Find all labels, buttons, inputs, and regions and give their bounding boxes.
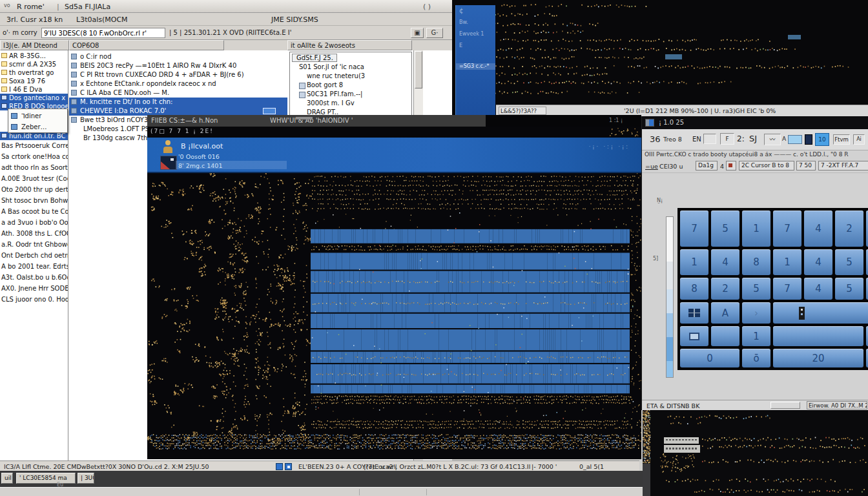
list-item[interactable]: C ILA Aba CE NDv.ooh — M. [69, 88, 287, 98]
field-ext[interactable]: 7 -2XT FF.A.7 [818, 161, 868, 170]
keypad-key[interactable]: 1 [742, 211, 770, 247]
window-controls[interactable]: ( ) [423, 3, 431, 11]
tool-2[interactable]: 2: [737, 134, 745, 143]
status-icon-1[interactable] [276, 463, 283, 470]
icon-field[interactable] [726, 161, 736, 170]
value-slider[interactable] [666, 216, 674, 378]
sidebar-item[interactable]: ¢ [456, 8, 495, 14]
keypad-key[interactable]: 5 [742, 278, 770, 300]
tool-treo[interactable]: Treo 8 [663, 136, 682, 143]
tree-item[interactable]: A Bas ocoot bu te Concioc [0, 206, 68, 217]
terminal-output[interactable] [452, 0, 868, 105]
status-icon-2[interactable] [285, 463, 292, 470]
detail-item[interactable]: GdSt.F.J 25. [292, 54, 337, 62]
keypad-key[interactable]: 5 [835, 249, 863, 275]
sidebar-item[interactable]: =SG3 c.c.-* [456, 63, 495, 70]
list-item[interactable]: M. kncitte re Dt/ In oo It chn: [69, 98, 287, 107]
empty-box-button[interactable] [703, 134, 716, 144]
tool-en[interactable]: EN [692, 136, 701, 143]
header-name[interactable]: I3J(e. AM Dteond [0, 40, 69, 50]
field-ce[interactable]: CEl30 u [659, 163, 683, 170]
tree-item[interactable]: AR 8-35G... [0, 52, 68, 60]
tree-item[interactable]: th overtrat go [0, 68, 68, 77]
tree-item[interactable]: Oto 2000 thr up dertotsu [0, 184, 68, 195]
tree-item[interactable]: A bo 2001 tear. Edrtscar [0, 261, 68, 272]
list-item[interactable]: o C:ir nod [69, 52, 287, 61]
keypad-key[interactable]: 2 [711, 278, 739, 300]
context-menu-item[interactable]: ⅂diner [8, 110, 67, 121]
keypad-key[interactable]: 4 [804, 249, 832, 275]
keypad-key[interactable]: 2 [835, 211, 863, 247]
keypad-key[interactable]: 7 [773, 278, 801, 300]
keypad-key[interactable]: 4 [711, 249, 739, 275]
menu-item-help[interactable]: JME SIDY.SMS [271, 16, 318, 24]
detail-item[interactable]: wne ruc tneteru(3 [290, 72, 411, 81]
tree-item[interactable]: adt thoo rln as Soorten. [0, 162, 68, 173]
list-item[interactable]: CHEWVEE I:Da ROKAC 7.0' [69, 107, 287, 116]
band-line-3[interactable]: 8' 2mg.c 1401 [178, 162, 222, 169]
wide-key[interactable] [773, 302, 868, 324]
view-button[interactable]: ▣ [411, 28, 424, 38]
context-menu-item[interactable]: Zeber… [8, 121, 67, 132]
header-contents[interactable]: COP6O8 [69, 40, 224, 50]
table-key[interactable] [680, 302, 708, 324]
wave-button[interactable]: 〰 [764, 134, 781, 145]
zero-key[interactable]: 0 [680, 349, 739, 367]
active-tool-button[interactable]: 10 [815, 133, 829, 146]
taskbar-task-button[interactable]: ' LC30E5854 ma [16, 473, 76, 484]
detail-item[interactable]: 3000st m. I Gv [290, 99, 411, 108]
menu-item-view[interactable]: L3t0als(MOCM [76, 16, 128, 24]
tree-item[interactable]: Sht tosoc brvn Bohwac [0, 195, 68, 206]
tree-item[interactable]: CLS juoor ono 0. Hoo v.4 [0, 294, 68, 305]
list-item[interactable]: C PI Rtt trovn CUXECAO DRD 4 + aFDAR + B… [69, 70, 287, 79]
tool-sj[interactable]: SJ [749, 134, 757, 143]
field-ue[interactable]: =ue [645, 163, 658, 170]
tree-item[interactable]: a.R. Oodr tnt Ghbowend [0, 239, 68, 250]
sidebar-item[interactable]: Ewveek 1 [456, 31, 495, 37]
window-key[interactable] [680, 326, 708, 346]
tree-item[interactable]: Soxa 19 76 [0, 77, 68, 85]
keypad-key[interactable]: 5 [711, 211, 739, 247]
cursor-field[interactable]: 2C Cursor B to 8 [739, 161, 794, 170]
menu-item-file[interactable]: 3rl. Cusr x18 kn [6, 16, 63, 24]
twenty-key[interactable]: 20 [773, 349, 863, 367]
detail-item[interactable]: Boot gort 8 [290, 81, 411, 90]
taskbar-task-button-2[interactable]: | 3U0 [78, 473, 94, 484]
tree-item[interactable]: Ont Derbch chd oetrnext [0, 250, 68, 261]
wide-blank-key[interactable] [773, 326, 863, 346]
keypad-key[interactable]: 7 [680, 211, 708, 247]
scrollbar-thumb[interactable] [415, 51, 422, 88]
detail-item[interactable]: S0C31 PFl.fam.--| [290, 90, 411, 99]
terminal-output-2[interactable] [643, 409, 868, 496]
tree-item[interactable]: AX0. Jnene Hrr SODEHOL [0, 283, 68, 294]
field-da[interactable]: Da1g [696, 161, 718, 170]
field-750[interactable]: 7 50 [796, 161, 816, 170]
toolbar-icons[interactable]: o'· m corry [3, 29, 37, 36]
keypad-titlebar[interactable]: ¡ 1.0 25 [642, 116, 868, 129]
explorer-titlebar[interactable]: vo R rome' | Sd5a FI.JIALa ( ) [0, 0, 452, 13]
menu-left[interactable]: FlIEB CS:±—& h.Non [151, 117, 218, 124]
detail-item[interactable]: S01 Sor.jl of 'ic naca [290, 63, 411, 72]
blank-key[interactable] [711, 326, 739, 346]
tree-item[interactable]: Sa crtork one!Hoa cow [0, 151, 68, 162]
mini-toolbar[interactable]: (7□ 7 7 1 ¡ 2E! [150, 128, 214, 134]
sidebar-item[interactable]: E [456, 43, 495, 49]
keypad-key[interactable]: 1 [680, 249, 708, 275]
arrow-key[interactable]: › [742, 302, 770, 324]
tree-item[interactable]: scmr d.A 2X35 [0, 60, 68, 68]
keypad-key[interactable]: 5 [835, 278, 863, 300]
address-input[interactable] [41, 28, 165, 38]
tree-item[interactable]: I 46 E Dva [0, 85, 68, 94]
keypad-key[interactable]: 4 [804, 278, 832, 300]
keypad-key[interactable]: 1 [773, 249, 801, 275]
band-line-1[interactable]: B ¡Ilcval.oot [181, 142, 223, 150]
sidebar-item[interactable]: Bw. [456, 19, 495, 26]
list-item[interactable]: x Echtone EtCtank.r opondelx raceoc x nd [69, 79, 287, 88]
tree-item[interactable]: A.00E 3ruot tesr (Cooha L. [0, 173, 68, 184]
keypad-key[interactable]: 8 [680, 278, 708, 300]
tree-item[interactable]: Dos ganteciano x [0, 94, 68, 102]
keypad-key[interactable]: 8 [742, 249, 770, 275]
color-swatch[interactable] [788, 135, 802, 144]
o-key[interactable]: ō [742, 349, 770, 367]
keypad-key[interactable]: 4 [804, 211, 832, 247]
